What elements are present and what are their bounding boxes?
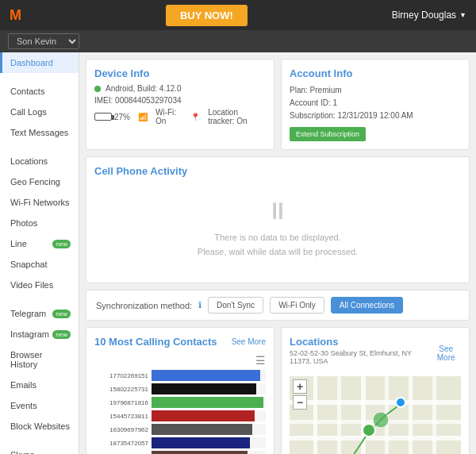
- battery-pct: 27%: [114, 113, 130, 121]
- all-connections-button[interactable]: All Connections: [331, 297, 403, 314]
- account-info-title: Account Info: [290, 67, 461, 79]
- device-info-card: Device Info Android, Build: 4.12.0 IMEI:…: [86, 59, 274, 150]
- imei-label: IMEI: 000844053297034: [94, 96, 182, 105]
- buy-button[interactable]: BUY NOW!: [166, 5, 248, 26]
- list-item: 15802225731: [94, 383, 266, 394]
- account-subscription: Subscription: 12/31/2019 12:00 AM: [290, 110, 461, 122]
- map-svg: [290, 376, 461, 454]
- sidebar-item-line[interactable]: Line new: [0, 233, 79, 254]
- android-dot-icon: [94, 86, 101, 92]
- pause-icon: ⏸: [94, 198, 461, 225]
- sidebar-item-block-websites[interactable]: Block Websites: [0, 416, 79, 437]
- map-zoom-in-button[interactable]: +: [293, 379, 307, 394]
- battery-icon: [94, 113, 112, 121]
- user-select[interactable]: Son Kevin: [8, 33, 79, 49]
- sidebar-item-contacts[interactable]: Contacts: [0, 81, 79, 102]
- sidebar-item-snapchat[interactable]: Snapchat: [0, 254, 79, 275]
- svg-rect-7: [313, 376, 317, 454]
- chart-menu-icon[interactable]: ☰: [94, 354, 266, 367]
- svg-point-14: [363, 424, 375, 437]
- svg-point-15: [396, 398, 405, 407]
- map-area: + − Leaflet | © Tiles Courtesy of MapQue…: [290, 376, 461, 454]
- sync-card: Synchronization method: ℹ Don't Sync Wi-…: [86, 290, 470, 321]
- sidebar-item-emails[interactable]: Emails: [0, 375, 79, 395]
- sidebar-item-dashboard[interactable]: Dashboard: [0, 52, 79, 73]
- device-icons-row: 27% 📶 Wi-Fi: On 📍 Location tracker: On: [94, 108, 266, 125]
- calling-chart: ☰ 17702269151 15802225731 19796871816 15…: [94, 354, 266, 454]
- bar-fill: [152, 451, 248, 454]
- wifi-icon: 📶: [138, 113, 148, 121]
- svg-rect-12: [432, 376, 436, 454]
- device-info-title: Device Info: [94, 67, 266, 79]
- list-item: 17702269151: [94, 370, 266, 381]
- svg-rect-11: [409, 376, 413, 454]
- sidebar-item-instagram[interactable]: Instagram new: [0, 324, 79, 344]
- instagram-badge: new: [52, 330, 71, 339]
- sync-label: Synchronization method:: [96, 301, 192, 310]
- sidebar-item-events[interactable]: Events: [0, 395, 79, 416]
- bar-fill: [152, 410, 255, 421]
- activity-empty-state: ⏸ There is no data to be displayed. Plea…: [94, 182, 461, 275]
- bar-track: [152, 437, 266, 448]
- bar-track: [152, 424, 266, 435]
- bar-fill: [152, 424, 252, 435]
- bar-label: 18735472057: [94, 440, 148, 447]
- cell-activity-title: Cell Phone Activity: [94, 165, 461, 177]
- bar-track: [152, 383, 266, 394]
- bar-track: [152, 370, 266, 381]
- no-data-line2: Please, wait while data will be processe…: [94, 245, 461, 260]
- logo: M: [10, 7, 21, 24]
- sidebar-item-telegram-1[interactable]: Telegram new: [0, 303, 79, 324]
- user-menu[interactable]: Birney Douglas: [392, 10, 466, 21]
- telegram-badge-1: new: [52, 310, 71, 318]
- device-info-android-row: Android, Build: 4.12.0: [94, 84, 266, 93]
- line-badge: new: [52, 240, 71, 248]
- bar-track: [152, 451, 266, 454]
- bar-label: 16309697962: [94, 426, 148, 433]
- location-subtitle: 52-02-52-30 Seabury St, Elmhurst, NY 113…: [290, 349, 431, 365]
- bar-label: 19796871816: [94, 399, 148, 406]
- sidebar-item-video-files[interactable]: Video Files: [0, 275, 79, 295]
- list-item: 16309697962: [94, 424, 266, 435]
- device-info-imei-row: IMEI: 000844053297034: [94, 96, 266, 105]
- dont-sync-button[interactable]: Don't Sync: [208, 297, 263, 314]
- wifi-only-button[interactable]: Wi-Fi Only: [270, 297, 324, 314]
- sync-info-icon[interactable]: ℹ: [198, 300, 202, 310]
- sidebar-item-browser-history[interactable]: Browser History: [0, 344, 79, 375]
- location-label: Location tracker: On: [208, 108, 266, 125]
- bar-label: 15802225731: [94, 386, 148, 393]
- location-icon: 📍: [190, 113, 200, 121]
- sidebar-item-locations[interactable]: Locations: [0, 151, 79, 171]
- location-card: Locations 52-02-52-30 Seabury St, Elmhur…: [281, 327, 470, 454]
- no-data-line1: There is no data to be displayed.: [94, 231, 461, 245]
- svg-point-16: [373, 412, 389, 428]
- bar-track: [152, 397, 266, 408]
- sidebar-item-photos[interactable]: Photos: [0, 213, 79, 233]
- sidebar-item-geo-fencing[interactable]: Geo Fencing: [0, 171, 79, 192]
- map-zoom-out-button[interactable]: −: [293, 395, 307, 410]
- bottom-row: 10 Most Calling Contacts See More ☰ 1770…: [86, 327, 470, 454]
- bar-track: [152, 410, 266, 421]
- extend-subscription-button[interactable]: Extend Subscription: [290, 127, 366, 141]
- list-item: 15445723811: [94, 410, 266, 421]
- sidebar-item-skype[interactable]: Skype: [0, 444, 79, 454]
- sidebar-item-wifi-networks[interactable]: Wi-Fi Networks: [0, 192, 79, 213]
- sidebar: Dashboard Contacts Call Logs Text Messag…: [0, 52, 79, 454]
- bar-label: 15445723811: [94, 413, 148, 420]
- bar-fill: [152, 437, 250, 448]
- location-card-title: Locations: [290, 336, 431, 348]
- android-label: Android, Build: 4.12.0: [106, 84, 182, 93]
- account-info-card: Account Info Plan: Premium Account ID: 1…: [281, 59, 470, 150]
- account-plan: Plan: Premium: [290, 84, 461, 97]
- calling-see-more-button[interactable]: See More: [232, 337, 266, 346]
- account-id: Account ID: 1: [290, 97, 461, 110]
- cell-activity-card: Cell Phone Activity ⏸ There is no data t…: [86, 156, 470, 283]
- list-item: 18776981532: [94, 451, 266, 454]
- bar-fill: [152, 383, 256, 394]
- location-see-more-button[interactable]: See More: [431, 344, 461, 362]
- list-item: 19796871816: [94, 397, 266, 408]
- battery-indicator: 27%: [94, 113, 130, 121]
- svg-rect-8: [337, 376, 341, 454]
- sidebar-item-text-messages[interactable]: Text Messages: [0, 122, 79, 143]
- sidebar-item-call-logs[interactable]: Call Logs: [0, 102, 79, 122]
